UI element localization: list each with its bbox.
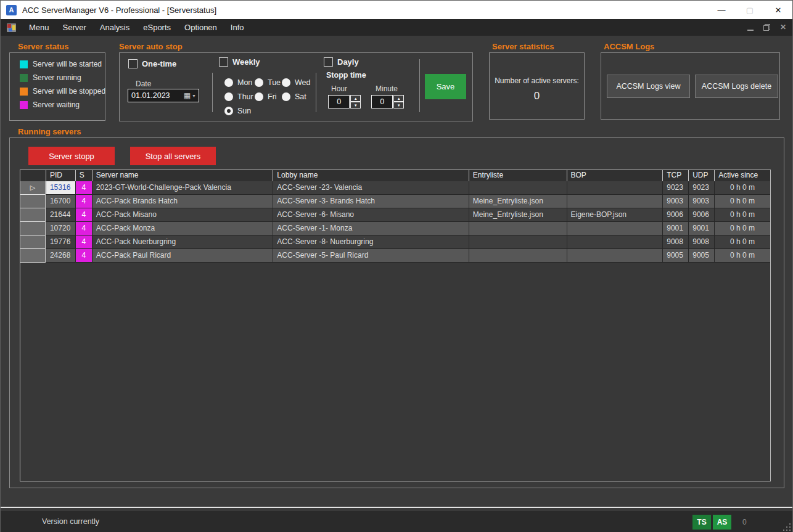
cell-lobby-name[interactable]: ACC-Server -5- Paul Ricard bbox=[273, 249, 468, 263]
cell-lobby-name[interactable]: ACC-Server -8- Nuerburgring bbox=[273, 235, 468, 249]
minute-stepper[interactable]: 0 ▲ ▼ bbox=[371, 95, 404, 108]
cell-entryliste[interactable] bbox=[469, 181, 567, 195]
cell-udp[interactable]: 9001 bbox=[688, 222, 714, 235]
mdi-minimize-icon[interactable] bbox=[747, 30, 754, 31]
cell-udp[interactable]: 9005 bbox=[688, 249, 714, 263]
cell-tcp[interactable]: 9023 bbox=[662, 181, 688, 195]
cell-tcp[interactable]: 9001 bbox=[662, 222, 688, 235]
cell-bop[interactable] bbox=[567, 235, 663, 249]
radio-tue[interactable]: Tue bbox=[255, 78, 281, 87]
cell-server-name[interactable]: ACC-Pack Paul Ricard bbox=[92, 249, 273, 263]
cell-udp[interactable]: 9006 bbox=[688, 208, 714, 222]
cell-server-name[interactable]: 2023-GT-World-Challenge-Pack Valencia bbox=[92, 181, 273, 195]
minimize-button[interactable]: — bbox=[707, 1, 736, 19]
cell-tcp[interactable]: 9008 bbox=[662, 235, 688, 249]
cell-s[interactable]: 4 bbox=[75, 181, 92, 195]
cell-entryliste[interactable] bbox=[469, 235, 567, 249]
cell-lobby-name[interactable]: ACC-Server -6- Misano bbox=[273, 208, 468, 222]
current-row-arrow-icon[interactable]: ▷ bbox=[20, 181, 46, 195]
column-header-entryliste[interactable]: Entryliste bbox=[469, 170, 567, 181]
maximize-button[interactable]: ▢ bbox=[736, 1, 764, 19]
cell-udp[interactable]: 9023 bbox=[688, 181, 714, 195]
table-row[interactable]: 216444ACC-Pack MisanoACC-Server -6- Misa… bbox=[20, 208, 770, 222]
cell-entryliste[interactable]: Meine_Entryliste.json bbox=[469, 195, 567, 208]
accsm-logs-view-button[interactable]: ACCSM Logs view bbox=[607, 75, 690, 98]
spin-up-icon[interactable]: ▲ bbox=[393, 95, 404, 102]
cell-lobby-name[interactable]: ACC-Server -1- Monza bbox=[273, 222, 468, 235]
menu-item-info[interactable]: Info bbox=[224, 20, 251, 35]
accsm-logs-delete-button[interactable]: ACCSM Logs delete bbox=[695, 75, 778, 98]
cell-bop[interactable] bbox=[567, 249, 663, 263]
table-row[interactable]: 197764ACC-Pack NuerburgringACC-Server -8… bbox=[20, 235, 770, 249]
row-header-cell[interactable] bbox=[20, 208, 46, 222]
menu-item-optionen[interactable]: Optionen bbox=[178, 20, 224, 35]
radio-sun[interactable]: Sun bbox=[224, 107, 251, 115]
column-header-udp[interactable]: UDP bbox=[688, 170, 714, 181]
cell-s[interactable]: 4 bbox=[75, 222, 92, 235]
cell-tcp[interactable]: 9006 bbox=[662, 208, 688, 222]
server-stopp-button[interactable]: Server stopp bbox=[28, 147, 115, 165]
cell-pid[interactable]: 21644 bbox=[46, 208, 75, 222]
column-header-pid[interactable]: PID bbox=[46, 170, 75, 181]
cell-pid[interactable]: 10720 bbox=[46, 222, 75, 235]
cell-active-since[interactable]: 0 h 0 m bbox=[714, 222, 770, 235]
resize-grip[interactable] bbox=[783, 523, 791, 531]
cell-active-since[interactable]: 0 h 0 m bbox=[714, 195, 770, 208]
cell-udp[interactable]: 9008 bbox=[688, 235, 714, 249]
cell-pid[interactable]: 16700 bbox=[46, 195, 75, 208]
cell-s[interactable]: 4 bbox=[75, 208, 92, 222]
cell-entryliste[interactable] bbox=[469, 222, 567, 235]
row-header-cell[interactable] bbox=[20, 235, 46, 249]
cell-bop[interactable] bbox=[567, 181, 663, 195]
cell-server-name[interactable]: ACC-Pack Nuerburgring bbox=[92, 235, 273, 249]
column-header-server-name[interactable]: Server name bbox=[92, 170, 273, 181]
spin-up-icon[interactable]: ▲ bbox=[350, 95, 361, 102]
cell-pid[interactable]: 15316 bbox=[46, 181, 75, 195]
cell-active-since[interactable]: 0 h 0 m bbox=[714, 208, 770, 222]
spin-down-icon[interactable]: ▼ bbox=[350, 102, 361, 108]
column-header-tcp[interactable]: TCP bbox=[662, 170, 688, 181]
cell-tcp[interactable]: 9005 bbox=[662, 249, 688, 263]
cell-active-since[interactable]: 0 h 0 m bbox=[714, 181, 770, 195]
row-header-cell[interactable] bbox=[20, 222, 46, 235]
cell-lobby-name[interactable]: ACC-Server -23- Valencia bbox=[273, 181, 468, 195]
save-button[interactable]: Save bbox=[425, 74, 466, 99]
cell-s[interactable]: 4 bbox=[75, 195, 92, 208]
dayly-checkbox[interactable]: Dayly bbox=[324, 57, 359, 67]
column-header-bop[interactable]: BOP bbox=[567, 170, 663, 181]
row-header-cell[interactable] bbox=[20, 195, 46, 208]
cell-bop[interactable] bbox=[567, 195, 663, 208]
radio-thur[interactable]: Thur bbox=[224, 92, 253, 101]
cell-lobby-name[interactable]: ACC-Server -3- Brands Hatch bbox=[273, 195, 468, 208]
spin-down-icon[interactable]: ▼ bbox=[393, 102, 404, 108]
table-row[interactable]: 167004ACC-Pack Brands HatchACC-Server -3… bbox=[20, 195, 770, 208]
table-row[interactable]: 242684ACC-Pack Paul RicardACC-Server -5-… bbox=[20, 249, 770, 263]
column-header-lobby-name[interactable]: Lobby name bbox=[273, 170, 468, 181]
menu-item-server[interactable]: Server bbox=[56, 20, 93, 35]
mdi-close-icon[interactable]: ✕ bbox=[780, 24, 786, 31]
cell-s[interactable]: 4 bbox=[75, 235, 92, 249]
radio-sat[interactable]: Sat bbox=[282, 92, 306, 101]
stop-all-servers-button[interactable]: Stop all servers bbox=[130, 147, 216, 165]
radio-fri[interactable]: Fri bbox=[255, 92, 277, 101]
cell-pid[interactable]: 24268 bbox=[46, 249, 75, 263]
menu-item-esports[interactable]: eSports bbox=[136, 20, 178, 35]
cell-entryliste[interactable] bbox=[469, 249, 567, 263]
menu-item-menu[interactable]: Menu bbox=[22, 20, 56, 35]
column-header-s[interactable]: S bbox=[75, 170, 92, 181]
grid-corner-cell[interactable] bbox=[20, 170, 46, 181]
cell-server-name[interactable]: ACC-Pack Monza bbox=[92, 222, 273, 235]
one-time-checkbox[interactable]: One-time bbox=[128, 59, 176, 68]
column-header-active-since[interactable]: Active since bbox=[714, 170, 770, 181]
cell-bop[interactable] bbox=[567, 222, 663, 235]
mdi-restore-icon[interactable] bbox=[763, 24, 770, 31]
weekly-checkbox[interactable]: Weekly bbox=[219, 57, 260, 67]
close-button[interactable]: ✕ bbox=[764, 1, 792, 19]
cell-tcp[interactable]: 9003 bbox=[662, 195, 688, 208]
cell-server-name[interactable]: ACC-Pack Brands Hatch bbox=[92, 195, 273, 208]
cell-bop[interactable]: Eigene-BOP.json bbox=[567, 208, 663, 222]
table-row[interactable]: ▷1531642023-GT-World-Challenge-Pack Vale… bbox=[20, 181, 770, 195]
radio-mon[interactable]: Mon bbox=[224, 78, 252, 87]
cell-s[interactable]: 4 bbox=[75, 249, 92, 263]
radio-wed[interactable]: Wed bbox=[282, 78, 310, 87]
